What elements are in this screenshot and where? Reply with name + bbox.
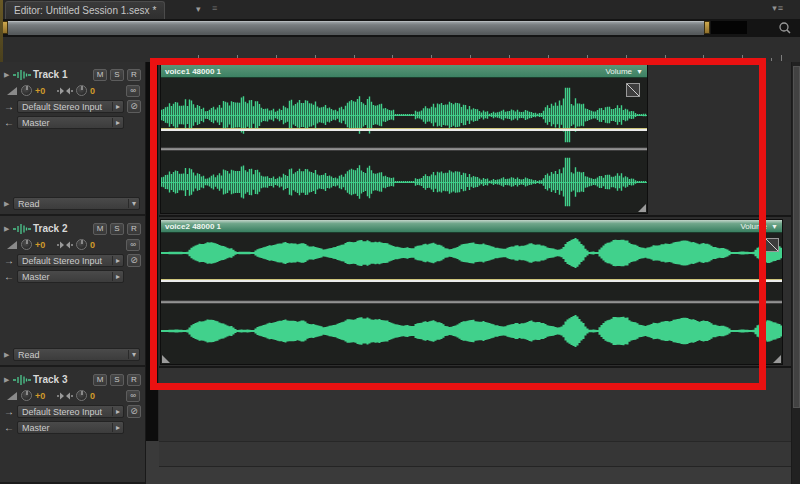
clip-header[interactable]: voice2 48000 1 Volume ▼ [161, 220, 782, 233]
pan-value: 0 [90, 391, 104, 401]
solo-button[interactable]: S [110, 69, 124, 81]
ruler-tickmark [509, 55, 510, 61]
waveform-canvas[interactable] [161, 233, 782, 364]
volume-envelope-line[interactable] [161, 280, 782, 282]
ruler-tickmark [188, 58, 189, 61]
ruler-tickmark [781, 55, 782, 61]
input-select[interactable]: Default Stereo Input ▸ [17, 405, 124, 418]
fade-handle-icon[interactable] [626, 83, 640, 97]
track-expander-icon[interactable]: ▶ [4, 376, 13, 384]
track3-lane[interactable] [159, 368, 791, 441]
ruler-tickmark [363, 58, 364, 61]
input-select[interactable]: Default Stereo Input ▸ [17, 254, 124, 267]
navigator-right-handle[interactable] [704, 21, 710, 34]
audio-clip-voice2[interactable]: voice2 48000 1 Volume ▼ [160, 219, 783, 365]
pan-icon [57, 240, 73, 250]
waveform-canvas[interactable] [161, 78, 647, 213]
clip-envelope-label[interactable]: Volume [740, 222, 767, 231]
panel-edge-decoration [0, 0, 3, 62]
chevron-down-icon[interactable]: ▼ [771, 223, 778, 230]
ruler-tickmark [373, 58, 374, 61]
editor-tab[interactable]: Editor: Untitled Session 1.sesx * [5, 1, 165, 19]
volume-knob[interactable] [21, 390, 32, 401]
clip-stretch-handle[interactable] [162, 355, 170, 363]
output-select[interactable]: Master ▸ [17, 270, 124, 283]
bottom-strip [159, 467, 800, 484]
record-arm-button[interactable]: R [127, 69, 141, 81]
link-channels-icon[interactable]: ∞ [126, 390, 140, 402]
pan-knob[interactable] [76, 85, 87, 96]
automation-expander-icon[interactable]: ▶ [4, 351, 13, 359]
link-channels-icon[interactable]: ∞ [126, 239, 140, 251]
clip-envelope-label[interactable]: Volume [605, 67, 632, 76]
monitor-input-icon[interactable]: ⊘ [127, 254, 141, 267]
output-select[interactable]: Master ▸ [17, 421, 124, 434]
automation-mode-select[interactable]: Read ▾ [13, 348, 140, 361]
tab-dropdown-icon[interactable]: ▾ [196, 4, 201, 14]
link-channels-icon[interactable]: ∞ [126, 85, 140, 97]
monitor-input-icon[interactable]: ⊘ [127, 405, 141, 418]
empty-lane[interactable] [159, 442, 800, 466]
chevron-down-icon: ▾ [128, 199, 139, 208]
ruler-tickmark [431, 55, 432, 61]
input-arrow-icon: → [4, 406, 17, 417]
ruler-tickmark [742, 55, 743, 61]
ruler-tickmark [227, 58, 228, 61]
ruler-tickmark [528, 58, 529, 61]
fade-handle-icon[interactable] [765, 238, 779, 252]
record-arm-button[interactable]: R [127, 374, 141, 386]
pan-knob[interactable] [76, 239, 87, 250]
clip-header[interactable]: voice1 48000 1 Volume ▼ [161, 65, 647, 78]
clip-stretch-handle[interactable] [638, 204, 646, 212]
ruler-tickmark [762, 58, 763, 61]
volume-knob[interactable] [21, 239, 32, 250]
panel-menu-icon[interactable]: ▾≡ [772, 3, 784, 13]
track-expander-icon[interactable]: ▶ [4, 225, 13, 233]
automation-mode-select[interactable]: Read ▾ [13, 197, 140, 210]
output-select[interactable]: Master ▸ [17, 116, 124, 129]
chevron-right-icon: ▸ [112, 423, 123, 432]
track-name[interactable]: Track 1 [33, 69, 67, 80]
record-arm-button[interactable]: R [127, 223, 141, 235]
pan-knob[interactable] [76, 390, 87, 401]
volume-envelope-line[interactable] [161, 129, 647, 131]
chevron-down-icon[interactable]: ▼ [636, 68, 643, 75]
volume-icon [6, 239, 18, 250]
clip-stretch-handle[interactable] [773, 355, 781, 363]
output-arrow-icon: ← [4, 271, 17, 282]
ruler-tickmark [499, 58, 500, 61]
mute-button[interactable]: M [93, 374, 107, 386]
volume-knob[interactable] [21, 85, 32, 96]
monitor-input-icon[interactable]: ⊘ [127, 100, 141, 113]
track-name[interactable]: Track 3 [33, 374, 67, 385]
solo-button[interactable]: S [110, 374, 124, 386]
pan-icon [57, 86, 73, 96]
automation-expander-icon[interactable]: ▶ [4, 200, 13, 208]
ruler-tickmark [334, 58, 335, 61]
ruler-tickmark [305, 58, 306, 61]
ruler-tickmark [392, 55, 393, 61]
navigator-range-bar[interactable] [8, 21, 704, 35]
scrollbar-thumb[interactable] [793, 66, 800, 408]
ruler-tickmark [733, 58, 734, 61]
ruler-tickmark [198, 55, 199, 61]
volume-value: +0 [35, 391, 49, 401]
zoom-navigator-bar [0, 19, 800, 38]
volume-value: +0 [35, 240, 49, 250]
track-name[interactable]: Track 2 [33, 223, 67, 234]
input-select[interactable]: Default Stereo Input ▸ [17, 100, 124, 113]
mute-button[interactable]: M [93, 223, 107, 235]
vertical-scrollbar[interactable] [791, 62, 800, 484]
ruler-tickmark [169, 58, 170, 61]
ruler-tickmark [179, 58, 180, 61]
chevron-right-icon: ▸ [112, 407, 123, 416]
audio-clip-voice1[interactable]: voice1 48000 1 Volume ▼ [160, 64, 648, 214]
output-arrow-icon: ← [4, 422, 17, 433]
mute-button[interactable]: M [93, 69, 107, 81]
track-expander-icon[interactable]: ▶ [4, 71, 13, 79]
ruler-tickmark [451, 58, 452, 61]
ruler-tickmark [606, 58, 607, 61]
zoom-magnifier-icon[interactable] [777, 21, 793, 35]
ruler-tickmark [237, 55, 238, 61]
solo-button[interactable]: S [110, 223, 124, 235]
